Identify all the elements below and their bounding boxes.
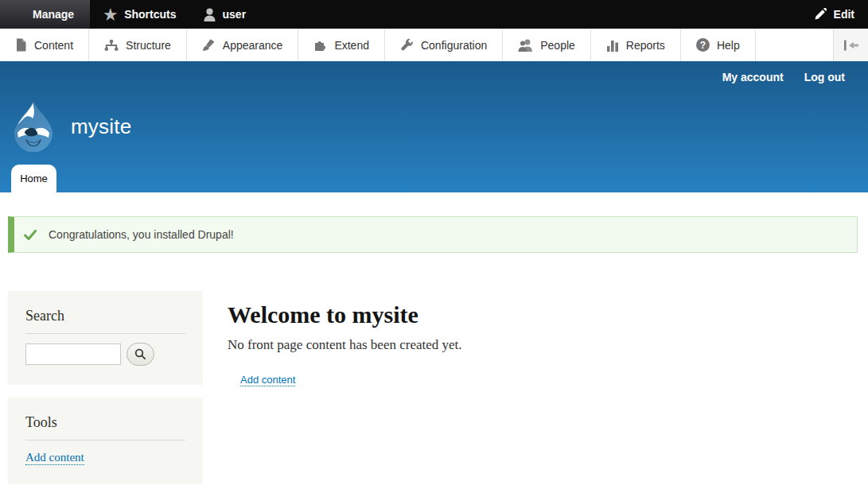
site-name[interactable]: mysite <box>71 114 131 139</box>
empty-frontpage-text: No front page content has been created y… <box>228 337 860 353</box>
toolbar-tab-content[interactable]: Content <box>0 29 89 61</box>
toolbar-tab-label: Content <box>34 39 73 52</box>
wrench-icon <box>400 38 414 52</box>
toolbar-tab-label: Reports <box>626 39 665 52</box>
site-header: My account Log out mysite Ho <box>0 61 868 192</box>
site-branding: mysite <box>10 101 131 152</box>
sidebar-add-content-link[interactable]: Add content <box>25 451 84 465</box>
status-message: Congratulations, you installed Drupal! <box>8 216 858 253</box>
question-icon: ? <box>696 38 710 52</box>
toolbar-tab-extend[interactable]: Extend <box>298 29 385 61</box>
collapse-left-icon <box>843 40 859 51</box>
log-out-link[interactable]: Log out <box>804 71 845 83</box>
magnifier-icon <box>134 348 146 360</box>
checkmark-icon <box>24 230 37 240</box>
toolbar-tab-configuration[interactable]: Configuration <box>385 29 503 61</box>
pencil-icon <box>814 8 827 21</box>
toolbar-tab-help[interactable]: ? Help <box>681 29 756 61</box>
status-message-text: Congratulations, you installed Drupal! <box>49 228 234 241</box>
file-icon <box>15 38 27 52</box>
tray-orientation-toggle-button[interactable] <box>833 29 868 61</box>
main-content: Welcome to mysite No front page content … <box>203 291 860 489</box>
search-block: Search <box>8 291 203 385</box>
toolbar-tab-reports[interactable]: Reports <box>591 29 681 61</box>
secondary-menu: My account Log out <box>722 71 845 83</box>
manage-label: Manage <box>33 8 74 21</box>
search-input[interactable] <box>25 343 121 365</box>
star-icon: ★ <box>103 7 117 22</box>
edit-button[interactable]: Edit <box>800 0 868 29</box>
manage-menu-item[interactable]: Manage <box>0 0 90 29</box>
toolbar-spacer <box>756 29 833 61</box>
toolbar-tab-people[interactable]: People <box>503 29 591 61</box>
toolbar-tab-label: Appearance <box>223 39 283 52</box>
toolbar-tab-label: Structure <box>126 39 171 52</box>
toolbar-tab-label: Help <box>717 39 740 52</box>
tab-home[interactable]: Home <box>11 165 56 192</box>
sitemap-icon <box>104 39 119 52</box>
my-account-link[interactable]: My account <box>722 71 784 83</box>
toolbar-tab-structure[interactable]: Structure <box>89 29 187 61</box>
search-submit-button[interactable] <box>127 343 154 366</box>
puzzle-icon <box>313 38 327 52</box>
bar-chart-icon <box>606 39 619 52</box>
sidebar-first: Search Tools Add content <box>8 291 203 489</box>
person-icon <box>204 8 216 21</box>
page-layout: Search Tools Add content Welcome to mysi… <box>0 291 868 489</box>
drupal-logo[interactable] <box>10 101 57 152</box>
main-add-content-link[interactable]: Add content <box>240 374 295 386</box>
search-form <box>25 343 185 366</box>
toolbar-tab-label: People <box>540 39 575 52</box>
tools-block: Tools Add content <box>8 398 203 484</box>
tools-block-title: Tools <box>25 414 185 440</box>
people-icon <box>518 39 533 52</box>
admin-toolbar-bar: Manage ★ Shortcuts user Edit <box>0 0 868 29</box>
toolbar-tab-appearance[interactable]: Appearance <box>187 29 299 61</box>
user-label: user <box>223 8 247 21</box>
hamburger-icon <box>10 9 25 21</box>
shortcuts-menu-item[interactable]: ★ Shortcuts <box>90 0 189 29</box>
search-block-title: Search <box>25 308 185 334</box>
shortcuts-label: Shortcuts <box>124 8 176 21</box>
edit-label: Edit <box>834 8 854 21</box>
page-title: Welcome to mysite <box>228 301 860 328</box>
user-menu-item[interactable]: user <box>190 0 260 29</box>
admin-toolbar-tray: Content Structure Appearance Extend Conf… <box>0 29 868 61</box>
toolbar-tab-label: Extend <box>334 39 369 52</box>
paintbrush-icon <box>202 38 216 52</box>
toolbar-tab-label: Configuration <box>421 39 487 52</box>
